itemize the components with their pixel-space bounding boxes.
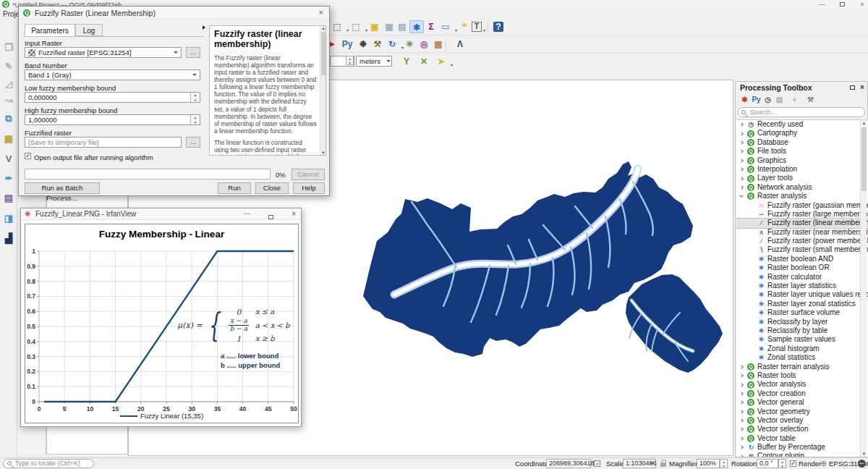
highlight-arrow-icon[interactable]: ➤▾ xyxy=(434,55,448,68)
float-panel-icon[interactable] xyxy=(850,83,855,91)
low-bound-spin[interactable]: 0,000000▴▾ xyxy=(25,92,200,103)
toolbox-tree-item[interactable]: QGraphics xyxy=(736,156,868,165)
toolbox-tree-item[interactable]: ∖Fuzzify raster (small membership) xyxy=(736,245,868,254)
magnifier-input[interactable]: 100% xyxy=(697,459,720,468)
toolbox-tree-item[interactable]: QRaster tools xyxy=(736,371,868,380)
toolbox-tree-item[interactable]: ✳Raster calculator xyxy=(736,273,868,282)
lambda-icon[interactable]: Λ xyxy=(453,38,467,51)
toolbox-tree-item[interactable]: ✳Raster surface volume xyxy=(736,308,868,317)
expand-icon[interactable] xyxy=(739,150,744,154)
message-log-icon[interactable]: ••• xyxy=(858,460,866,468)
toolbox-tree-item[interactable]: QLayer tools xyxy=(736,174,868,182)
select-polygon-icon[interactable]: ⬚▾ xyxy=(349,20,363,33)
expand-icon[interactable] xyxy=(739,140,744,145)
toolbox-tree-item[interactable]: QRaster terrain analysis xyxy=(736,363,868,371)
expand-icon[interactable] xyxy=(739,436,744,441)
menu-project[interactable]: Proje xyxy=(3,10,20,18)
iv-close-icon[interactable]: × xyxy=(292,209,296,218)
map-tips-icon[interactable]: ❝ xyxy=(457,20,472,33)
expand-icon[interactable] xyxy=(739,185,744,190)
processing-toolbox-icon[interactable]: ✱ xyxy=(409,20,424,33)
expand-icon[interactable] xyxy=(739,400,744,405)
toolbox-tree-item[interactable]: ✳Zonal statistics xyxy=(736,353,868,362)
expand-icon[interactable] xyxy=(739,167,744,172)
edit-features-inplace-icon[interactable]: ➧ xyxy=(789,94,800,105)
toolbox-tree-item[interactable]: QCartography xyxy=(736,129,868,138)
extent-icon[interactable] xyxy=(594,460,600,467)
toolbox-tree-item[interactable]: ✳Raster layer statistics xyxy=(736,282,868,290)
toolbox-tree-item[interactable]: ✳Reclassify by layer xyxy=(736,318,868,326)
georeferencer-icon[interactable]: ▩ xyxy=(431,38,446,51)
ruler-icon[interactable]: ◿ xyxy=(1,77,16,91)
plugin-star-icon[interactable]: ✳ xyxy=(402,38,417,51)
add-mesh-layer-icon[interactable]: V xyxy=(1,152,16,166)
toolbox-tree-item[interactable]: QInterpolation xyxy=(736,165,868,174)
toolbox-tree-item[interactable]: ✳Zonal histogram xyxy=(736,345,868,353)
toolbox-tree-item[interactable]: ∽Fuzzify raster (large membership) xyxy=(736,210,868,219)
input-raster-combo[interactable]: Fuzzified raster [EPSG:31254] xyxy=(25,47,182,58)
edit-pencil-icon[interactable]: ✎ xyxy=(1,59,16,74)
help-button[interactable]: Help xyxy=(293,182,325,194)
output-file-input[interactable]: [Save to temporary file] xyxy=(25,137,182,148)
magnifier-spin[interactable]: ▴▾ xyxy=(720,459,728,468)
toolbox-tree-item[interactable]: QVector geometry xyxy=(736,407,868,416)
collapse-help-icon[interactable] xyxy=(203,25,205,30)
tracing-icon[interactable]: Y xyxy=(399,55,414,68)
print-layout-icon[interactable]: ▤ xyxy=(1,191,16,206)
expand-icon[interactable] xyxy=(739,132,744,136)
maximize-button[interactable] xyxy=(833,0,851,9)
toolbox-tree-item[interactable]: QVector general xyxy=(736,398,868,407)
dialog-close-icon[interactable]: × xyxy=(319,8,323,17)
scripts-python-icon[interactable]: Py xyxy=(751,94,762,105)
osm-icon[interactable]: ◎ xyxy=(417,38,431,51)
measure-icon[interactable]: ▭▾ xyxy=(438,20,453,33)
toolbox-tree-item[interactable]: ✳Raster layer zonal statistics xyxy=(736,300,868,308)
toolbox-tree-item[interactable]: ✳Raster boolean OR xyxy=(736,263,868,272)
attribute-table-icon[interactable]: ▦ xyxy=(382,20,396,33)
cancel-button[interactable]: Cancel xyxy=(292,169,325,180)
input-raster-browse-button[interactable]: … xyxy=(186,47,200,58)
scroll-up-icon[interactable]: ▲ xyxy=(861,121,867,125)
text-annotation-icon[interactable]: T▾ xyxy=(472,22,482,32)
run-as-batch-button[interactable]: Run as Batch Process… xyxy=(25,182,100,194)
toolbox-tree-item[interactable]: QRaster analysis xyxy=(736,192,868,200)
calendar-icon[interactable]: ▤ xyxy=(395,20,409,33)
toolbox-tree-item[interactable]: ✳Raster boolean AND xyxy=(736,255,868,263)
run-button[interactable]: Run xyxy=(218,182,251,194)
render-checkbox[interactable]: ✓ xyxy=(790,460,796,467)
expand-icon[interactable] xyxy=(739,159,744,163)
statistics-sum-icon[interactable]: Σ xyxy=(424,20,438,33)
scroll-down-icon[interactable]: ▼ xyxy=(861,452,867,456)
toolbox-tree-item[interactable]: QVector selection xyxy=(736,425,868,434)
band-number-combo[interactable]: Band 1 (Gray) xyxy=(25,69,200,80)
help-scroll-up-icon[interactable]: ▲ xyxy=(320,26,326,30)
toolbox-tree-item[interactable]: ◷Recently used xyxy=(736,120,868,129)
spin-buttons[interactable]: ▴▾ xyxy=(346,56,354,65)
add-raster-layer-icon[interactable]: ▦ xyxy=(1,132,16,146)
history-clock-icon[interactable]: ◷ xyxy=(762,94,773,105)
expand-icon[interactable] xyxy=(739,373,744,378)
toolbox-tree-item[interactable]: QVector table xyxy=(736,434,868,443)
open-output-checkbox[interactable]: ✓ xyxy=(25,153,31,159)
select-features-icon[interactable]: ⬚▾ xyxy=(330,20,344,33)
toolbox-tree-item[interactable]: QVector overlay xyxy=(736,416,868,425)
close-dialog-button[interactable]: Close xyxy=(255,182,289,194)
toolbox-tree-item[interactable]: ∧Fuzzify raster (near membership) xyxy=(736,228,868,237)
expand-icon[interactable] xyxy=(739,445,744,449)
close-button[interactable]: × xyxy=(854,0,868,9)
toolbox-tree-item[interactable]: QFile tools xyxy=(736,147,868,156)
toolbox-tree-item[interactable]: ✳Raster layer unique values report xyxy=(736,290,868,299)
toolbox-tree-item[interactable]: QVector analysis xyxy=(736,380,868,389)
new-document-icon[interactable]: ❐ xyxy=(1,41,16,55)
rotation-input[interactable]: 0,0 ° xyxy=(757,459,778,468)
iv-minimize-icon[interactable]: — xyxy=(244,210,250,217)
toolbox-tree-item[interactable]: QNetwork analysis xyxy=(736,183,868,192)
help-scrollbar[interactable]: ▲ ▼ xyxy=(320,26,326,155)
annotation-feather-icon[interactable]: ✒ xyxy=(1,172,16,186)
expand-icon[interactable] xyxy=(739,365,744,369)
coordinate-input[interactable]: 208989,306418 xyxy=(546,459,591,468)
locate-input[interactable]: Type to locate (Ctrl+K) xyxy=(3,459,94,468)
help-icon[interactable]: ? xyxy=(493,22,503,32)
select-by-value-icon[interactable]: ▣ xyxy=(367,20,382,33)
refresh-icon[interactable]: ↻▾ xyxy=(385,38,399,51)
